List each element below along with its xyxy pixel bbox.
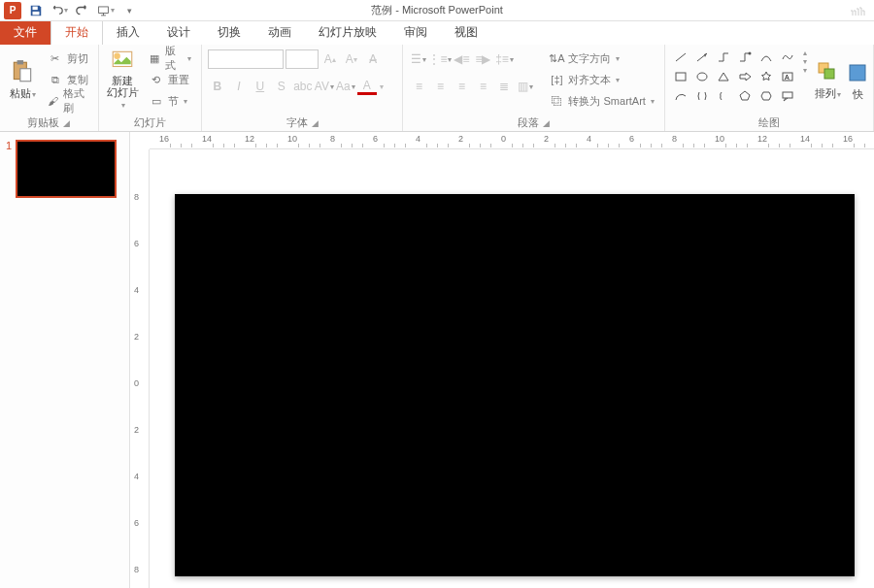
bullets-button[interactable]: ☰▾ [409,49,428,69]
shapes-gallery[interactable]: A [671,49,797,105]
tab-transitions[interactable]: 切换 [204,20,254,45]
shape-arrow-icon[interactable] [692,49,712,66]
justify-button[interactable]: ≡ [473,77,492,96]
italic-button[interactable]: I [229,77,249,96]
format-painter-button[interactable]: 🖌格式刷 [44,91,92,111]
svg-rect-2 [99,6,109,13]
shape-rect-icon[interactable] [671,68,690,85]
window-help-icon[interactable] [849,4,868,17]
gallery-down-button[interactable]: ▾ [803,57,807,66]
font-size-input[interactable] [286,49,319,69]
paste-button[interactable]: 粘贴▾ [6,49,40,111]
quick-access-toolbar: P ▾ ▾ ▾ [0,2,138,19]
layout-button[interactable]: ▦版式▾ [145,49,195,68]
shape-star-icon[interactable] [756,68,776,85]
slide-thumb-1[interactable]: 1 [6,140,123,198]
shape-hexagon-icon[interactable] [756,87,776,105]
svg-rect-18 [850,65,865,81]
shape-connector-icon[interactable] [735,49,755,66]
tab-slideshow[interactable]: 幻灯片放映 [305,20,390,45]
paragraph-dialog-launcher[interactable]: ◢ [543,118,550,128]
tab-home[interactable]: 开始 [50,19,103,45]
gallery-more-button[interactable]: ▾ [803,66,807,75]
grow-font-button[interactable]: A▴ [320,49,340,69]
decrease-indent-button[interactable]: ◀≡ [452,49,471,69]
horizontal-ruler[interactable]: 1614121086420246810121416 [150,132,874,149]
shape-curve-icon[interactable] [756,49,776,66]
font-name-input[interactable] [208,49,284,69]
align-right-button[interactable]: ≡ [452,77,471,96]
align-center-button[interactable]: ≡ [430,77,450,96]
undo-button[interactable]: ▾ [50,2,68,19]
quick-styles-icon [844,59,871,86]
shape-pentagon-icon[interactable] [735,87,755,105]
shrink-font-button[interactable]: A▾ [342,49,361,69]
section-button[interactable]: ▭节▾ [145,91,195,111]
slides-panel[interactable]: 1 [0,132,130,588]
save-button[interactable] [27,2,45,19]
bold-button[interactable]: B [208,77,227,96]
shape-callout-icon[interactable] [778,87,797,105]
shape-line-icon[interactable] [671,49,690,66]
reset-button[interactable]: ⟲重置 [145,70,195,89]
vertical-ruler[interactable]: 864202468 [130,149,150,588]
shape-elbow-icon[interactable] [714,49,733,66]
spacing-button[interactable]: AV▾ [315,77,334,96]
canvas-area[interactable] [150,149,874,588]
line-spacing-button[interactable]: ‡≡▾ [494,49,514,69]
increase-indent-button[interactable]: ≡▶ [473,49,492,69]
clear-format-button[interactable]: A̶ [363,49,383,69]
font-dialog-launcher[interactable]: ◢ [312,118,319,128]
arrange-button[interactable]: 排列▾ [811,49,844,111]
distribute-button[interactable]: ≣ [494,77,514,96]
new-slide-button[interactable]: 新建 幻灯片▾ [105,49,141,111]
underline-button[interactable]: U [251,77,270,96]
arrange-icon [814,58,841,85]
shape-freeform-icon[interactable] [778,49,797,66]
numbering-button[interactable]: ⋮≡▾ [430,49,450,69]
group-paragraph-label: 段落 [518,115,539,130]
slideshow-qat-button[interactable]: ▾ [97,2,115,19]
text-direction-button[interactable]: ⇅A文字方向▾ [545,49,657,68]
convert-smartart-button[interactable]: ⿻转换为 SmartArt▾ [545,91,657,111]
redo-button[interactable] [74,2,91,19]
tab-insert[interactable]: 插入 [103,20,153,45]
shape-brace-icon[interactable] [714,87,733,105]
shadow-button[interactable]: abc [293,77,313,96]
text-direction-icon: ⇅A [549,50,564,66]
tab-view[interactable]: 视图 [441,20,491,45]
slide-thumbnail[interactable] [16,140,117,198]
align-left-button[interactable]: ≡ [409,77,428,96]
align-text-button[interactable]: [‡]对齐文本▾ [545,70,657,89]
tab-design[interactable]: 设计 [153,20,204,45]
strike-button[interactable]: S [272,77,291,96]
shape-arc-icon[interactable] [671,87,690,105]
layout-icon: ▦ [149,50,161,66]
quick-styles-button[interactable]: 快 [848,49,867,111]
clipboard-dialog-launcher[interactable]: ◢ [63,118,70,128]
qat-customize-button[interactable]: ▾ [120,2,138,19]
columns-button[interactable]: ▥▾ [516,77,535,96]
shape-triangle-icon[interactable] [714,68,733,85]
change-case-button[interactable]: Aa▾ [336,77,355,96]
shape-bracket-icon[interactable] [692,87,712,105]
font-color-button[interactable]: A [357,79,377,95]
shape-rarrow-icon[interactable] [735,68,755,85]
tab-file[interactable]: 文件 [0,20,50,45]
gallery-up-button[interactable]: ▴ [803,49,807,57]
cut-button[interactable]: ✂剪切 [44,49,92,68]
new-slide-label: 新建 幻灯片 [107,75,139,98]
shape-textbox-icon[interactable]: A [778,68,797,85]
group-clipboard: 粘贴▾ ✂剪切 ⧉复制 🖌格式刷 剪贴板◢ [0,45,99,131]
group-slides: 新建 幻灯片▾ ▦版式▾ ⟲重置 ▭节▾ 幻灯片 [99,45,202,131]
shape-oval-icon[interactable] [692,68,712,85]
slide-canvas[interactable] [175,194,855,576]
group-paragraph: ☰▾ ⋮≡▾ ◀≡ ≡▶ ‡≡▾ ≡ ≡ ≡ ≡ ≣ ▥▾ ⇅A文字方向▾ [‡… [403,45,665,131]
tab-review[interactable]: 审阅 [390,20,441,45]
scissors-icon: ✂ [48,50,63,66]
tab-animations[interactable]: 动画 [254,20,305,45]
powerpoint-icon: P [4,2,21,19]
copy-icon: ⧉ [48,72,63,87]
ribbon: 粘贴▾ ✂剪切 ⧉复制 🖌格式刷 剪贴板◢ 新建 幻灯片▾ ▦版式▾ ⟲重置 ▭… [0,45,874,132]
slide-number: 1 [6,140,12,198]
